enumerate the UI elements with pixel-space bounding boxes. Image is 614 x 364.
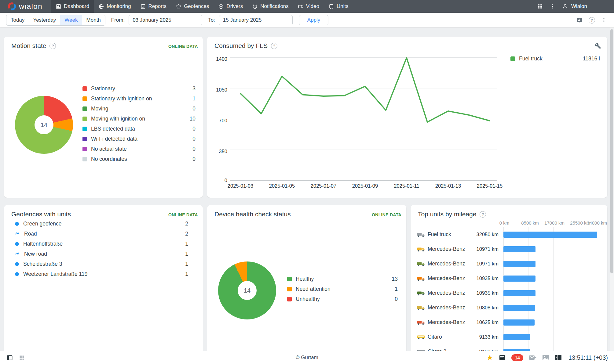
to-date-input[interactable]: 15 January 2025 xyxy=(219,15,293,25)
legend-item-moving[interactable]: Moving0 xyxy=(82,104,196,114)
geofence-list-item[interactable]: Weetzener Landstraße 119 1 xyxy=(15,269,188,279)
nav-tab-reports[interactable]: Reports xyxy=(136,0,171,13)
kebab-menu-icon[interactable] xyxy=(550,4,555,9)
apps-grid-icon[interactable] xyxy=(537,3,543,9)
user-account-button[interactable]: Wialon xyxy=(562,3,587,9)
mileage-row[interactable]: Citaro 2 9133 km xyxy=(411,344,607,351)
range-month-button[interactable]: Month xyxy=(82,15,105,25)
geofence-unit-count: 1 xyxy=(185,241,188,247)
nav-tab-dashboard[interactable]: Dashboard xyxy=(51,0,94,13)
media-image-icon[interactable] xyxy=(542,355,549,361)
help-icon[interactable] xyxy=(589,17,595,23)
legend-swatch xyxy=(82,127,87,131)
legend-item-unhealthy[interactable]: Unhealthy0 xyxy=(287,294,398,304)
geofence-list-item[interactable]: Haltenhoffstraße 1 xyxy=(15,239,188,249)
wialon-logo[interactable]: wialon xyxy=(0,2,51,11)
legend-label: LBS detected data xyxy=(91,126,135,132)
range-today-button[interactable]: Today xyxy=(6,15,29,25)
geofence-list-item[interactable]: New road 1 xyxy=(15,249,188,259)
to-label: To: xyxy=(208,17,215,23)
bus-icon xyxy=(417,335,425,340)
mileage-row[interactable]: Mercedes-Benz 10625 km xyxy=(411,315,607,330)
mileage-row[interactable]: Fuel truck 32050 km xyxy=(411,227,607,242)
truck-icon xyxy=(417,232,425,237)
legend-item-moving-ignition[interactable]: Moving with ignition on10 xyxy=(82,114,196,124)
range-week-button[interactable]: Week xyxy=(60,15,82,25)
mileage-row[interactable]: Mercedes-Benz 10971 km xyxy=(411,242,607,257)
messages-count-badge[interactable]: 14 xyxy=(511,354,523,361)
range-yesterday-button[interactable]: Yesterday xyxy=(29,15,60,25)
geofences-icon xyxy=(176,4,181,9)
legend-swatch xyxy=(287,287,292,291)
geofence-list-item[interactable]: Green geofence 2 xyxy=(15,219,188,229)
help-icon[interactable] xyxy=(480,211,486,218)
geofence-route-icon xyxy=(15,251,20,257)
mileage-row[interactable]: Mercedes-Benz 10935 km xyxy=(411,286,607,301)
legend-label: No coordinates xyxy=(91,156,127,162)
messages-icon[interactable] xyxy=(499,354,506,361)
unit-truck-icon xyxy=(328,4,334,9)
fls-legend-row[interactable]: Fuel truck 11816 l xyxy=(510,56,600,62)
mail-send-icon[interactable] xyxy=(529,354,537,361)
dashboard-icon xyxy=(56,4,61,9)
mileage-bar xyxy=(503,276,535,282)
legend-item-no-coordinates[interactable]: No coordinates0 xyxy=(82,154,196,164)
navbar-right: Wialon xyxy=(537,3,614,9)
vertical-scrollbar[interactable] xyxy=(610,27,614,351)
legend-item-stationary-ignition[interactable]: Stationary with ignition on1 xyxy=(82,94,196,104)
monitoring-globe-icon xyxy=(98,4,104,9)
geofences-list: Green geofence 2 Road 2 Haltenhoffstraße… xyxy=(15,219,188,279)
nav-tab-notifications[interactable]: Notifications xyxy=(247,0,293,13)
date-filter-toolbar: Today Yesterday Week Month From: 03 Janu… xyxy=(0,13,614,27)
x-axis-tick: 8500 km xyxy=(521,220,539,225)
legend-value: 0 xyxy=(395,296,398,302)
nav-tab-units[interactable]: Units xyxy=(324,0,353,13)
mileage-row[interactable]: Mercedes-Benz 10935 km xyxy=(411,271,607,286)
help-icon[interactable] xyxy=(49,43,56,49)
geofence-unit-count: 2 xyxy=(185,231,188,237)
contact-support-icon[interactable] xyxy=(576,17,583,23)
x-axis-tick: 2025-01-03 xyxy=(228,183,253,189)
geofence-route-icon xyxy=(15,231,20,237)
from-date-input[interactable]: 03 January 2025 xyxy=(129,15,202,25)
main-menu: Dashboard Monitoring Reports Geofences xyxy=(51,0,353,13)
motion-state-panel: Motion state ONLINE DATA 14 Stationary3 … xyxy=(4,37,203,198)
wialon-logo-text: wialon xyxy=(19,2,42,11)
geofence-list-item[interactable]: Road 2 xyxy=(15,229,188,239)
mileage-row[interactable]: Citaro 9133 km xyxy=(411,330,607,344)
mileage-value: 10808 km xyxy=(470,305,499,311)
mileage-value: 10625 km xyxy=(470,319,499,325)
legend-swatch xyxy=(510,56,515,61)
legend-item-healthy[interactable]: Healthy13 xyxy=(287,274,398,284)
mileage-row[interactable]: Mercedes-Benz 10971 km xyxy=(411,257,607,271)
toolbar-kebab-icon[interactable] xyxy=(601,17,607,23)
geofence-list-item[interactable]: Scheidestraße 3 1 xyxy=(15,259,188,269)
legend-item-no-actual-state[interactable]: No actual state0 xyxy=(82,144,196,154)
apply-button[interactable]: Apply xyxy=(299,15,329,25)
mileage-row[interactable]: Mercedes-Benz 10808 km xyxy=(411,301,607,315)
legend-swatch xyxy=(287,277,292,281)
status-bar: © Gurtam ★ 14 13:51:11 (+03) xyxy=(0,351,614,364)
scrollbar-thumb[interactable] xyxy=(610,29,613,273)
legend-swatch xyxy=(82,147,87,151)
nav-tab-video[interactable]: Video xyxy=(293,0,324,13)
steering-wheel-icon xyxy=(218,4,224,9)
nav-tab-drivers[interactable]: Drivers xyxy=(214,0,247,13)
wrench-settings-icon[interactable] xyxy=(595,43,601,50)
legend-item-lbs[interactable]: LBS detected data0 xyxy=(82,124,196,134)
split-panel-icon[interactable] xyxy=(555,355,562,361)
legend-swatch xyxy=(82,117,87,121)
reports-icon xyxy=(140,4,146,9)
favorites-star-icon[interactable]: ★ xyxy=(487,354,493,361)
panel-title-row: Top units by mileage xyxy=(418,211,486,218)
help-icon[interactable] xyxy=(271,43,277,49)
legend-item-stationary[interactable]: Stationary3 xyxy=(82,84,196,94)
legend-item-need-attention[interactable]: Need attention1 xyxy=(287,284,398,294)
nav-tab-geofences[interactable]: Geofences xyxy=(171,0,214,13)
mileage-value: 10971 km xyxy=(470,261,499,267)
unit-name: Citaro xyxy=(428,334,442,340)
clock-time-label: 13:51:11 (+03) xyxy=(568,354,608,361)
truck-icon xyxy=(417,261,425,266)
legend-item-wifi[interactable]: Wi-Fi detected data0 xyxy=(82,134,196,144)
nav-tab-monitoring[interactable]: Monitoring xyxy=(94,0,135,13)
